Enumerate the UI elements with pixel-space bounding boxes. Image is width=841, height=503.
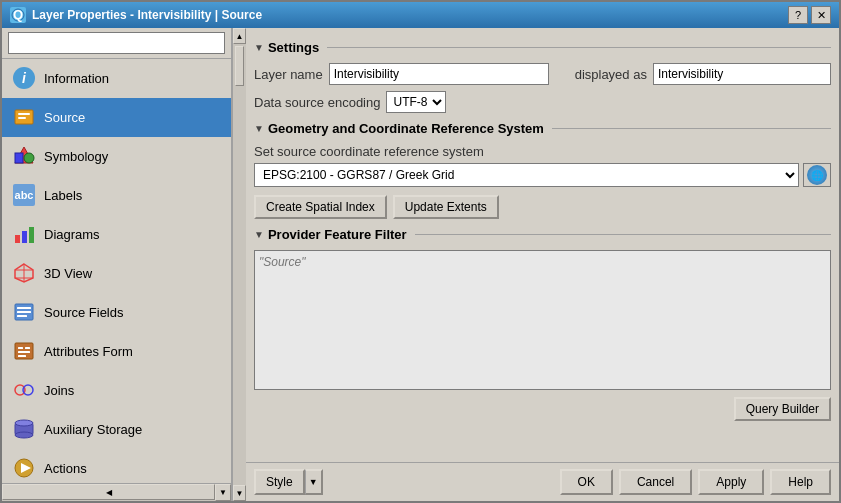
search-input[interactable] bbox=[8, 32, 225, 54]
scroll-down-btn2[interactable]: ▼ bbox=[233, 485, 246, 501]
3dview-icon bbox=[12, 261, 36, 285]
svg-rect-3 bbox=[18, 113, 30, 115]
title-bar-controls: ? ✕ bbox=[788, 6, 831, 24]
svg-rect-22 bbox=[18, 351, 30, 353]
scroll-track bbox=[233, 44, 246, 485]
svg-rect-20 bbox=[18, 347, 23, 349]
provider-filter-textarea[interactable] bbox=[254, 250, 831, 390]
geometry-arrow: ▼ bbox=[254, 123, 264, 134]
svg-rect-23 bbox=[18, 355, 26, 357]
scroll-left-btn[interactable]: ◀ bbox=[2, 484, 215, 500]
sidebar-item-label: Actions bbox=[44, 461, 87, 476]
sidebar: i Information Source bbox=[2, 28, 232, 501]
sidebar-item-label: Symbology bbox=[44, 149, 108, 164]
svg-rect-6 bbox=[15, 153, 23, 163]
style-button[interactable]: Style bbox=[254, 469, 305, 495]
sidebar-item-auxiliary-storage[interactable]: Auxiliary Storage bbox=[2, 410, 231, 449]
layer-name-label: Layer name bbox=[254, 67, 323, 82]
title-bar-left: Q Layer Properties - Intervisibility | S… bbox=[10, 7, 262, 23]
query-builder-row: Query Builder bbox=[254, 397, 831, 421]
displayed-as-label: displayed as bbox=[575, 67, 647, 82]
auxiliary-storage-icon bbox=[12, 417, 36, 441]
svg-rect-17 bbox=[17, 311, 31, 313]
sidebar-item-label: 3D View bbox=[44, 266, 92, 281]
svg-point-7 bbox=[24, 153, 34, 163]
geometry-section-header: ▼ Geometry and Coordinate Reference Syst… bbox=[254, 121, 831, 136]
encoding-row: Data source encoding UTF-8 bbox=[254, 91, 831, 113]
settings-arrow: ▼ bbox=[254, 42, 264, 53]
help-title-button[interactable]: ? bbox=[788, 6, 808, 24]
help-button[interactable]: Help bbox=[770, 469, 831, 495]
svg-point-28 bbox=[15, 432, 33, 438]
svg-rect-9 bbox=[22, 231, 27, 243]
sidebar-item-3dview[interactable]: 3D View bbox=[2, 254, 231, 293]
svg-rect-16 bbox=[17, 307, 31, 309]
symbology-icon bbox=[12, 144, 36, 168]
layer-name-row: Layer name displayed as bbox=[254, 63, 831, 85]
crs-row: Set source coordinate reference system E… bbox=[254, 144, 831, 187]
sidebar-scroll-bottom: ◀ ▼ bbox=[2, 483, 231, 501]
attributes-form-icon bbox=[12, 339, 36, 363]
cancel-button[interactable]: Cancel bbox=[619, 469, 692, 495]
ok-button[interactable]: OK bbox=[560, 469, 613, 495]
close-title-button[interactable]: ✕ bbox=[811, 6, 831, 24]
title-bar: Q Layer Properties - Intervisibility | S… bbox=[2, 2, 839, 28]
app-icon: Q bbox=[10, 7, 26, 23]
style-dropdown-arrow[interactable]: ▼ bbox=[305, 469, 323, 495]
main-content: i Information Source bbox=[2, 28, 839, 501]
apply-button[interactable]: Apply bbox=[698, 469, 764, 495]
source-fields-icon bbox=[12, 300, 36, 324]
query-builder-button[interactable]: Query Builder bbox=[734, 397, 831, 421]
style-button-group: Style ▼ bbox=[254, 469, 323, 495]
scroll-thumb[interactable] bbox=[235, 46, 244, 86]
svg-rect-10 bbox=[29, 227, 34, 243]
sidebar-item-label: Attributes Form bbox=[44, 344, 133, 359]
sidebar-item-label: Labels bbox=[44, 188, 82, 203]
spatial-buttons-row: Create Spatial Index Update Extents bbox=[254, 195, 831, 219]
svg-point-27 bbox=[15, 420, 33, 426]
sidebar-item-label: Information bbox=[44, 71, 109, 86]
main-window: Q Layer Properties - Intervisibility | S… bbox=[0, 0, 841, 503]
source-icon bbox=[12, 105, 36, 129]
layer-name-input[interactable] bbox=[329, 63, 549, 85]
dialog-buttons: OK Cancel Apply Help bbox=[560, 469, 831, 495]
sidebar-item-label: Diagrams bbox=[44, 227, 100, 242]
update-extents-button[interactable]: Update Extents bbox=[393, 195, 499, 219]
search-bar bbox=[2, 28, 231, 59]
panel-content: ▼ Settings Layer name displayed as Data … bbox=[246, 28, 839, 462]
sidebar-item-label: Source Fields bbox=[44, 305, 123, 320]
displayed-as-input[interactable] bbox=[653, 63, 831, 85]
diagrams-icon bbox=[12, 222, 36, 246]
sidebar-item-source-fields[interactable]: Source Fields bbox=[2, 293, 231, 332]
svg-rect-21 bbox=[25, 347, 30, 349]
sidebar-item-actions[interactable]: Actions bbox=[2, 449, 231, 483]
crs-label: Set source coordinate reference system bbox=[254, 144, 831, 159]
encoding-select[interactable]: UTF-8 bbox=[386, 91, 446, 113]
create-spatial-index-button[interactable]: Create Spatial Index bbox=[254, 195, 387, 219]
sidebar-item-labels[interactable]: abc Labels bbox=[2, 176, 231, 215]
sidebar-item-diagrams[interactable]: Diagrams bbox=[2, 215, 231, 254]
sidebar-item-information[interactable]: i Information bbox=[2, 59, 231, 98]
crs-input-row: EPSG:2100 - GGRS87 / Greek Grid 🌐 bbox=[254, 163, 831, 187]
svg-rect-4 bbox=[18, 117, 26, 119]
crs-select[interactable]: EPSG:2100 - GGRS87 / Greek Grid bbox=[254, 163, 799, 187]
settings-title: Settings bbox=[268, 40, 319, 55]
scroll-up-btn[interactable]: ▲ bbox=[233, 28, 246, 44]
window-title: Layer Properties - Intervisibility | Sou… bbox=[32, 8, 262, 22]
svg-rect-18 bbox=[17, 315, 27, 317]
encoding-label: Data source encoding bbox=[254, 95, 380, 110]
joins-icon bbox=[12, 378, 36, 402]
sidebar-item-label: Joins bbox=[44, 383, 74, 398]
sidebar-item-attributes-form[interactable]: Attributes Form bbox=[2, 332, 231, 371]
sidebar-item-joins[interactable]: Joins bbox=[2, 371, 231, 410]
sidebar-item-source[interactable]: Source bbox=[2, 98, 231, 137]
sidebar-item-symbology[interactable]: Symbology bbox=[2, 137, 231, 176]
svg-text:Q: Q bbox=[13, 8, 23, 22]
right-panel: ▼ Settings Layer name displayed as Data … bbox=[246, 28, 839, 501]
sidebar-scrollbar: ▲ ▼ bbox=[232, 28, 246, 501]
bottom-toolbar: Style ▼ OK Cancel Apply Help bbox=[246, 462, 839, 501]
crs-globe-button[interactable]: 🌐 bbox=[803, 163, 831, 187]
provider-filter-section-header: ▼ Provider Feature Filter bbox=[254, 227, 831, 242]
scroll-down-btn[interactable]: ▼ bbox=[215, 484, 231, 501]
globe-icon: 🌐 bbox=[807, 165, 827, 185]
